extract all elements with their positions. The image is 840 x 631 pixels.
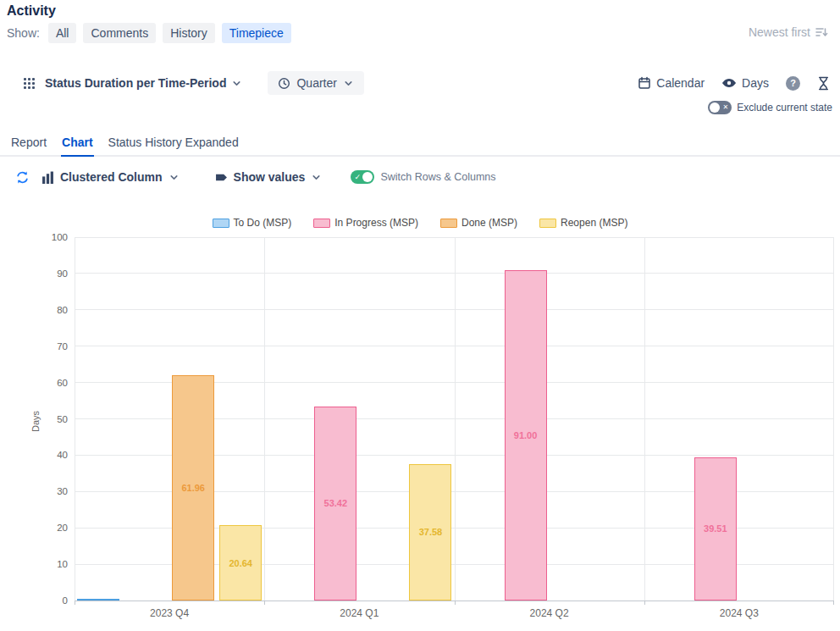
legend-label: To Do (MSP) <box>234 217 292 229</box>
chart-type-select[interactable]: Clustered Column <box>41 170 180 184</box>
bar-in-progress-msp[interactable]: 91.00 <box>505 270 547 601</box>
toggle-on-icon: ✓ <box>354 174 361 181</box>
page-title: Activity <box>7 3 56 19</box>
report-toolbar-left: Status Duration per Time-Period Quarter <box>24 70 364 96</box>
exclude-current-state: ✕ Exclude current state <box>708 101 832 114</box>
unit-select[interactable]: Days <box>721 76 769 90</box>
legend-label: Done (MSP) <box>461 217 517 229</box>
bar-value-label: 20.64 <box>215 558 266 568</box>
calendar-button[interactable]: Calendar <box>638 76 705 90</box>
toggle-knob <box>362 172 373 182</box>
legend-label: Reopen (MSP) <box>561 217 627 229</box>
bar-in-progress-msp[interactable]: 39.51 <box>694 457 737 601</box>
bar-value-label: 53.42 <box>310 498 361 508</box>
bar-done-msp[interactable]: 61.96 <box>172 375 214 601</box>
y-tick-label: 50 <box>36 414 68 424</box>
toggle-off-icon: ✕ <box>723 104 729 111</box>
bar-value-label: 39.51 <box>690 523 741 534</box>
x-tick-label: 2024 Q1 <box>264 607 454 619</box>
sort-order-label: Newest first <box>749 25 810 39</box>
toggle-knob <box>710 102 720 113</box>
exclude-current-state-label: Exclude current state <box>737 102 832 113</box>
bar-value-label: 37.58 <box>405 527 456 537</box>
report-toolbar-right: Calendar Days ? <box>638 70 830 96</box>
gridline-vertical <box>75 237 75 601</box>
chevron-down-icon <box>169 172 180 183</box>
x-axis-line <box>75 601 834 601</box>
x-tick-label: 2023 Q4 <box>75 607 264 619</box>
tab-report[interactable]: Report <box>10 134 47 157</box>
y-tick-label: 30 <box>36 486 68 496</box>
legend-item[interactable]: Reopen (MSP) <box>539 217 627 229</box>
help-icon[interactable]: ? <box>786 76 800 91</box>
eye-icon <box>721 77 737 89</box>
bar-in-progress-msp[interactable]: 53.42 <box>314 407 356 601</box>
y-tick-label: 90 <box>36 268 68 279</box>
legend-swatch <box>539 219 556 228</box>
bar-value-label: 91.00 <box>500 430 551 440</box>
chart-controls: Clustered Column Show values ✓ Switch Ro… <box>15 167 496 187</box>
legend-swatch <box>313 219 330 228</box>
gridline-vertical <box>644 237 645 601</box>
x-tick-label: 2024 Q3 <box>644 607 834 619</box>
bar-reopen-msp[interactable]: 37.58 <box>409 464 451 601</box>
chevron-down-icon <box>231 78 242 89</box>
show-label: Show: <box>7 26 40 40</box>
y-tick-label: 70 <box>36 341 68 351</box>
chart-legend: To Do (MSP)In Progress (MSP)Done (MSP)Re… <box>0 217 840 229</box>
report-type-select[interactable]: Status Duration per Time-Period <box>45 76 242 90</box>
y-tick-label: 40 <box>36 450 68 460</box>
y-tick-label: 80 <box>36 305 68 315</box>
report-type-label: Status Duration per Time-Period <box>45 76 226 90</box>
y-tick-label: 20 <box>36 523 68 533</box>
filter-timepiece[interactable]: Timepiece <box>222 23 291 43</box>
tab-bar: Report Chart Status History Expanded <box>0 134 840 157</box>
sort-desc-icon <box>815 25 828 39</box>
refresh-icon <box>15 170 30 185</box>
grid-icon <box>24 78 35 89</box>
calendar-icon <box>638 76 651 90</box>
y-tick-label: 100 <box>36 232 68 242</box>
hourglass-icon[interactable] <box>817 76 830 91</box>
y-tick-label: 10 <box>36 559 68 569</box>
clock-icon <box>278 77 290 90</box>
switch-rows-columns-label: Switch Rows & Columns <box>380 171 495 183</box>
chevron-down-icon <box>343 78 354 89</box>
legend-item[interactable]: In Progress (MSP) <box>313 217 418 229</box>
legend-label: In Progress (MSP) <box>334 217 418 229</box>
unit-label: Days <box>742 76 769 90</box>
filter-all[interactable]: All <box>48 23 77 43</box>
tab-status-history-expanded[interactable]: Status History Expanded <box>108 134 240 157</box>
switch-rows-columns: ✓ Switch Rows & Columns <box>351 170 495 184</box>
chevron-down-icon <box>311 172 322 183</box>
legend-swatch <box>213 219 229 228</box>
tab-chart[interactable]: Chart <box>61 134 94 157</box>
exclude-current-state-toggle[interactable]: ✕ <box>708 101 732 114</box>
chart-type-label: Clustered Column <box>60 170 163 184</box>
plot-area: 01020304050607080901002023 Q461.9620.642… <box>75 237 834 601</box>
x-tick-label: 2024 Q2 <box>455 607 644 619</box>
activity-filter-row: Show: All Comments History Timepiece <box>7 23 291 43</box>
y-tick-label: 0 <box>36 595 68 606</box>
gridline-vertical <box>833 237 834 601</box>
value-tag-icon <box>215 171 228 184</box>
period-label: Quarter <box>296 76 336 90</box>
gridline-vertical <box>264 237 265 601</box>
sort-order-button[interactable]: Newest first <box>749 25 828 39</box>
refresh-button[interactable] <box>15 170 30 185</box>
filter-history[interactable]: History <box>163 23 215 43</box>
bar-reopen-msp[interactable]: 20.64 <box>219 525 262 601</box>
show-values-label: Show values <box>234 170 306 184</box>
y-tick-label: 60 <box>36 378 68 388</box>
legend-item[interactable]: Done (MSP) <box>440 217 517 229</box>
legend-item[interactable]: To Do (MSP) <box>213 217 292 229</box>
period-select[interactable]: Quarter <box>268 71 363 95</box>
switch-rows-columns-toggle[interactable]: ✓ <box>351 170 374 184</box>
legend-swatch <box>440 219 457 228</box>
filter-comments[interactable]: Comments <box>83 23 156 43</box>
gridline-vertical <box>455 237 456 601</box>
show-values-select[interactable]: Show values <box>215 170 323 184</box>
calendar-label: Calendar <box>656 76 705 90</box>
column-chart-icon <box>41 171 54 184</box>
bar-value-label: 61.96 <box>168 483 218 493</box>
